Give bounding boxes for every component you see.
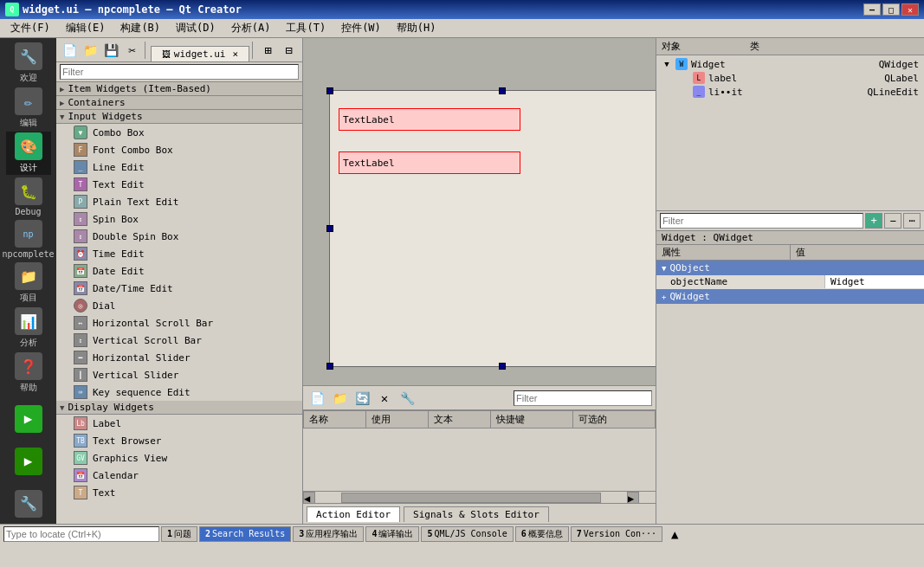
toolbar-btn-5[interactable]: ⊞ (258, 41, 278, 60)
status-search-input[interactable] (3, 526, 159, 542)
hscroll-label: Horizontal Scroll Bar (93, 318, 213, 329)
prop-btn-more[interactable]: ⋯ (903, 213, 921, 229)
side-btn-design[interactable]: 🎨 设计 (6, 132, 51, 175)
group-display-widgets[interactable]: ▼ Display Widgets (56, 401, 302, 415)
side-btn-projects[interactable]: 📁 项目 (6, 261, 51, 305)
tab-label-version: Version Con··· (584, 529, 656, 538)
side-btn-help[interactable]: ❓ 帮助 (6, 351, 51, 395)
group-containers[interactable]: ▶ Containers (56, 96, 302, 110)
side-btn-analyze-label: 分析 (20, 337, 37, 349)
obj-widget[interactable]: ▼ W Widget QWidget (658, 57, 922, 71)
action-hscroll[interactable]: ◀ ▶ (303, 491, 656, 503)
label-icon: Lb (74, 416, 87, 430)
side-btn-edit-label: 编辑 (20, 117, 37, 129)
widget-tree: ▶ Item Widgets (Item-Based) ▶ Containers… (56, 82, 302, 524)
toolbar-btn-6[interactable]: ⊟ (279, 41, 299, 60)
widget-date-edit[interactable]: 📅 Date Edit (56, 262, 302, 280)
hscroll-right[interactable]: ▶ (627, 492, 639, 504)
obj-lineedit[interactable]: _ li••it QLineEdit (658, 85, 922, 99)
red-widget-1[interactable]: TextLabel (339, 108, 520, 131)
side-btn-run[interactable]: ▶ (6, 398, 51, 439)
hscroll-left[interactable]: ◀ (303, 492, 315, 504)
bottom-tabs-row: Action Editor Signals & Slots Editor (303, 503, 656, 524)
side-btn-build[interactable]: 🔧 (6, 483, 51, 524)
side-btn-debug[interactable]: 🐛 Debug (6, 177, 51, 217)
widget-text-edit[interactable]: T Text Edit (56, 176, 302, 193)
widget-hslider[interactable]: ━ Horizontal Slider (56, 349, 302, 366)
editor-tab-close[interactable]: × (232, 48, 238, 60)
action-btn-delete[interactable]: ✕ (374, 389, 395, 408)
editor-tab-widget[interactable]: 🖼 widget.ui × (151, 46, 249, 61)
side-btn-analyze[interactable]: 📊 分析 (6, 306, 51, 350)
widget-double-spin-box[interactable]: ↕ Double Spin Box (56, 228, 302, 245)
prop-filter-input[interactable] (660, 213, 863, 229)
side-btn-run2[interactable]: ▶ (6, 441, 51, 481)
menu-tools[interactable]: 工具(T) (279, 19, 333, 37)
action-btn-new[interactable]: 📄 (307, 389, 327, 408)
prop-btn-remove[interactable]: − (884, 213, 901, 229)
widget-text-browser[interactable]: TB Text Browser (56, 432, 302, 449)
menu-debug[interactable]: 调试(D) (169, 19, 223, 37)
widget-vscroll[interactable]: ↕ Vertical Scroll Bar (56, 332, 302, 349)
action-btn-open[interactable]: 📁 (329, 389, 350, 408)
status-tab-compile-output[interactable]: 4 编译输出 (365, 526, 419, 542)
widget-line-edit[interactable]: _ Line Edit (56, 158, 302, 176)
status-tab-version[interactable]: 7 Version Con··· (571, 526, 662, 542)
widget-dial[interactable]: ◎ Dial (56, 297, 302, 314)
widget-vslider[interactable]: ┃ Vertical Slider (56, 366, 302, 383)
widget-calendar[interactable]: 📅 Calendar (56, 467, 302, 484)
toolbar-btn-3[interactable]: 💾 (101, 41, 121, 60)
widget-plain-text-edit[interactable]: P Plain Text Edit (56, 193, 302, 210)
side-btn-welcome[interactable]: 🔧 欢迎 (6, 42, 51, 85)
widget-graphics-view[interactable]: GV Graphics View (56, 449, 302, 467)
menu-build[interactable]: 构建(B) (113, 19, 167, 37)
red-widget-2[interactable]: TextLabel (339, 151, 520, 174)
status-tab-summary[interactable]: 6 概要信息 (515, 526, 569, 542)
action-btn-refresh[interactable]: 🔄 (352, 389, 372, 408)
widget-filter-input[interactable] (60, 64, 299, 80)
widget-hscroll[interactable]: ↔ Horizontal Scroll Bar (56, 314, 302, 332)
widget-time-edit[interactable]: ⏰ Time Edit (56, 245, 302, 262)
status-tab-issues[interactable]: 1 问题 (161, 526, 197, 542)
prop-value-objectname[interactable]: Widget (824, 275, 924, 289)
menu-edit[interactable]: 编辑(E) (59, 19, 113, 37)
text-edit-label: Text Edit (93, 179, 145, 190)
col-use: 使用 (366, 411, 429, 428)
close-button[interactable]: ✕ (901, 3, 919, 16)
widget-combo-box[interactable]: ▼ Combo Box (56, 124, 302, 141)
welcome-icon: 🔧 (15, 42, 42, 70)
toolbar-btn-2[interactable]: 📁 (81, 41, 100, 60)
side-btn-npcomplete[interactable]: np npcomplete (6, 219, 51, 260)
status-tab-search-results[interactable]: 2 Search Results (199, 526, 291, 542)
tab-signals-slots[interactable]: Signals & Slots Editor (404, 506, 549, 522)
widget-label[interactable]: Lb Label (56, 415, 302, 432)
group-input-widgets[interactable]: ▼ Input Widgets (56, 110, 302, 124)
maximize-button[interactable]: □ (882, 3, 900, 16)
menu-file[interactable]: 文件(F) (3, 19, 57, 37)
tab-num-6: 6 (521, 529, 527, 538)
toolbar-btn-4[interactable]: ✂ (122, 41, 142, 60)
status-tab-qml-console[interactable]: 5 QML/JS Console (421, 526, 513, 542)
tab-action-editor[interactable]: Action Editor (307, 506, 400, 522)
widget-keyseq-edit[interactable]: ⌨ Key sequence Edit (56, 383, 302, 401)
group-item-widgets[interactable]: ▶ Item Widgets (Item-Based) (56, 82, 302, 96)
hscroll-thumb[interactable] (341, 493, 601, 503)
widget-text[interactable]: T Text (56, 484, 302, 501)
status-tab-app-output[interactable]: 3 应用程序输出 (293, 526, 364, 542)
menu-help[interactable]: 帮助(H) (390, 19, 443, 37)
toolbar-btn-1[interactable]: 📄 (60, 41, 80, 60)
action-btn-settings[interactable]: 🔧 (397, 389, 417, 408)
widget-font-combo-box[interactable]: F Font Combo Box (56, 141, 302, 158)
minimize-button[interactable]: — (863, 3, 881, 16)
prop-row-objectname[interactable]: objectName Widget (656, 275, 924, 289)
obj-label[interactable]: L label QLabel (658, 71, 922, 85)
action-filter-input[interactable] (514, 390, 652, 406)
main-canvas-widget[interactable]: TextLabel TextLabel (329, 90, 656, 367)
widget-datetime-edit[interactable]: 📅 Date/Time Edit (56, 280, 302, 297)
prop-btn-add[interactable]: + (865, 213, 882, 229)
side-btn-edit[interactable]: ✏ 编辑 (6, 87, 51, 130)
widget-spin-box[interactable]: ↕ Spin Box (56, 210, 302, 228)
menu-analyze[interactable]: 分析(A) (224, 19, 278, 37)
menu-widgets[interactable]: 控件(W) (334, 19, 388, 37)
status-expand-btn[interactable]: ▲ (664, 525, 685, 544)
